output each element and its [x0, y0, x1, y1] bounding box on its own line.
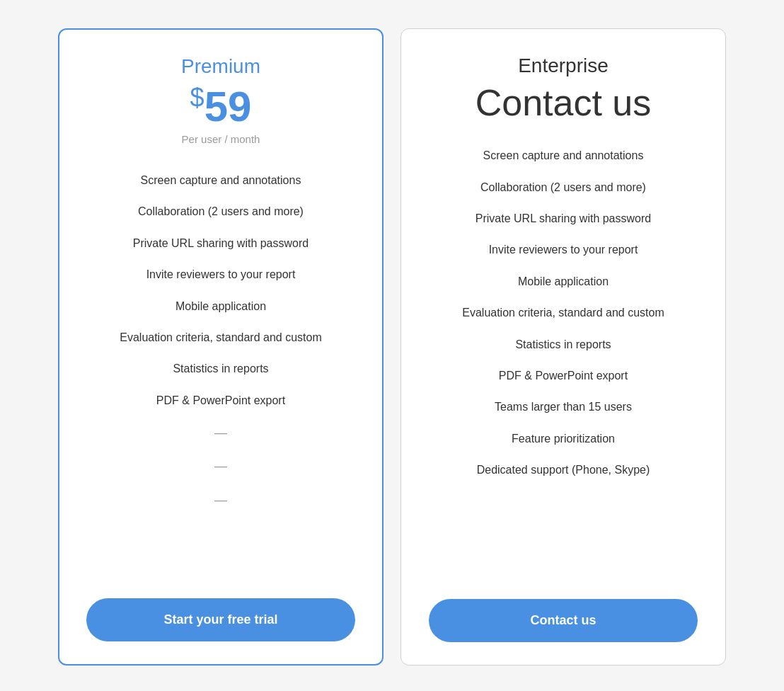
enterprise-plan-name: Enterprise [518, 55, 609, 77]
list-item-dash: — [82, 484, 359, 517]
list-item: Screen capture and annotations [82, 165, 359, 196]
premium-amount: 59 [204, 83, 252, 130]
premium-plan-name: Premium [181, 55, 260, 78]
list-item: Mobile application [424, 266, 703, 297]
list-item: Mobile application [82, 291, 359, 322]
list-item: Invite reviewers to your report [82, 259, 359, 290]
list-item: Invite reviewers to your report [424, 234, 703, 265]
enterprise-contact-heading: Contact us [475, 83, 652, 123]
list-item: Feature prioritization [424, 423, 703, 455]
premium-currency: $ [190, 83, 204, 112]
list-item-dash: — [82, 450, 359, 483]
premium-price: $59 [190, 84, 252, 130]
pricing-container: Premium $59 Per user / month Screen capt… [30, 0, 754, 691]
list-item: Dedicated support (Phone, Skype) [424, 455, 703, 486]
list-item: Collaboration (2 users and more) [424, 172, 703, 203]
premium-cta-button[interactable]: Start your free trial [86, 598, 355, 641]
enterprise-cta-button[interactable]: Contact us [429, 599, 698, 642]
list-item: Statistics in reports [82, 353, 359, 384]
list-item: Evaluation criteria, standard and custom [82, 322, 359, 353]
list-item: Private URL sharing with password [82, 228, 359, 259]
list-item: Teams larger than 15 users [424, 392, 703, 423]
list-item: Private URL sharing with password [424, 203, 703, 234]
premium-card: Premium $59 Per user / month Screen capt… [58, 28, 384, 666]
enterprise-card: Enterprise Contact us Screen capture and… [400, 28, 726, 666]
list-item: Statistics in reports [424, 329, 703, 360]
premium-features-list: Screen capture and annotations Collabora… [82, 165, 359, 576]
list-item: Collaboration (2 users and more) [82, 196, 359, 227]
list-item: Screen capture and annotations [424, 140, 703, 171]
enterprise-features-list: Screen capture and annotations Collabora… [424, 140, 703, 576]
list-item-dash: — [82, 416, 359, 450]
premium-period: Per user / month [182, 133, 260, 145]
list-item: PDF & PowerPoint export [424, 360, 703, 392]
list-item: Evaluation criteria, standard and custom [424, 297, 703, 329]
list-item: PDF & PowerPoint export [82, 385, 359, 416]
